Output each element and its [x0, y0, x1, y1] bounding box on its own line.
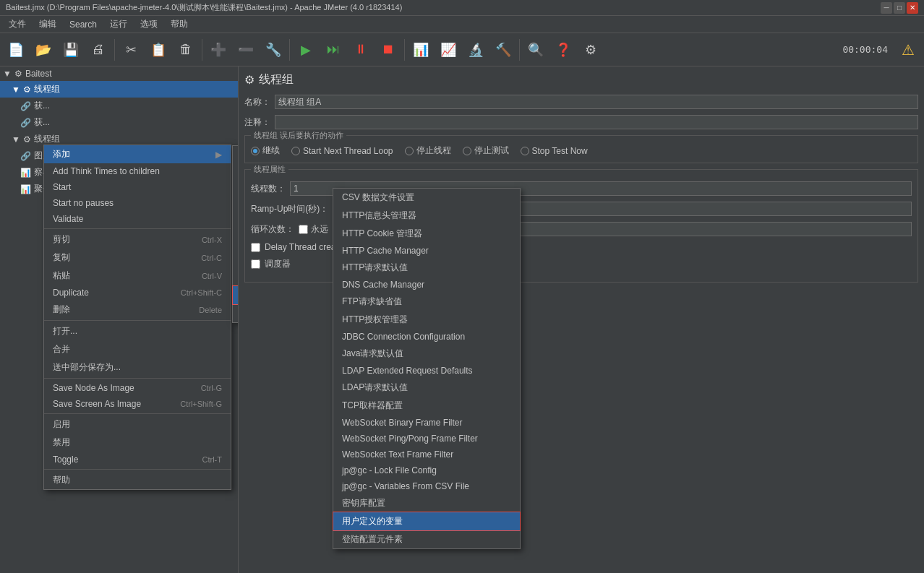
ctx-toggle[interactable]: Toggle Ctrl-T [44, 452, 231, 468]
delay-checkbox[interactable] [251, 243, 260, 252]
sub-java-default[interactable]: Java请求默认值 [333, 345, 520, 363]
toolbar-stop[interactable]: ⏸ [348, 37, 374, 63]
toolbar-cut[interactable]: ✂ [118, 37, 144, 63]
sub-http-cache-label: HTTP Cache Manager [342, 246, 429, 256]
toolbar-saveas[interactable]: 🖨 [85, 37, 111, 63]
toolbar-save[interactable]: 💾 [58, 37, 84, 63]
tree-node-threadgroup[interactable]: ▼ ⚙ 线程组 [0, 81, 238, 98]
sub-login-config[interactable]: 登陆配置元件素 [333, 530, 520, 548]
sub-dns-cache[interactable]: DNS Cache Manager [333, 277, 520, 293]
sub-http-cache[interactable]: HTTP Cache Manager [333, 243, 520, 259]
sub-http-default[interactable]: HTTP请求默认值 [333, 259, 520, 277]
sub-jdbc-config[interactable]: JDBC Connection Configuration [333, 329, 520, 345]
scheduler-label: 调度器 [265, 258, 291, 270]
sub-jpgc-lock[interactable]: jp@gc - Lock File Config [333, 462, 520, 478]
ctx-validate[interactable]: Validate [44, 211, 231, 227]
sub-sampler[interactable]: Sampler ▶ [233, 164, 239, 180]
ctx-cut[interactable]: 剪切 Ctrl-X [44, 231, 231, 249]
ctx-duplicate[interactable]: Duplicate Ctrl+Shift-C [44, 285, 231, 301]
sub-ws-binary[interactable]: WebSocket Binary Frame Filter [333, 415, 520, 431]
ctx-paste[interactable]: 粘贴 Ctrl-V [44, 267, 231, 285]
radio-stop-thread[interactable]: 停止线程 [405, 145, 451, 157]
maximize-button[interactable]: □ [894, 2, 905, 14]
ctx-disable[interactable]: 禁用 [44, 434, 231, 452]
sub-ftp-default[interactable]: FTP请求缺省值 [333, 293, 520, 311]
sub-keystore[interactable]: 密钥库配置 [333, 494, 520, 512]
ctx-add[interactable]: 添加 ▶ [44, 145, 231, 163]
radio-next-loop[interactable]: Start Next Thread Loop [291, 146, 393, 156]
toolbar-build[interactable]: 🔨 [490, 37, 516, 63]
sub-config-element[interactable]: 配置元件 ▶ [233, 286, 239, 304]
toolbar-config[interactable]: ⚙ [578, 37, 604, 63]
sub-threadgroup[interactable]: 线程组 [233, 146, 239, 164]
menu-edit[interactable]: 编辑 [33, 17, 62, 32]
sub-http-auth[interactable]: HTTP授权管理器 [333, 311, 520, 329]
toolbar-aggregate[interactable]: 📈 [435, 37, 461, 63]
ctx-help[interactable]: 帮助 [44, 471, 231, 489]
tree-node-get1[interactable]: 🔗 获... [0, 98, 238, 114]
sub-listener[interactable]: 监听器 ▶ [233, 304, 239, 322]
sub-user-vars[interactable]: 用户定义的变量 [333, 512, 520, 530]
ctx-toggle-label: Toggle [53, 454, 78, 465]
ctx-copy[interactable]: 复制 Ctrl-C [44, 249, 231, 267]
toolbar-expand[interactable]: ➕ [205, 37, 231, 63]
minimize-button[interactable]: ─ [881, 2, 892, 14]
toolbar-stop-test[interactable]: ⏹ [375, 37, 401, 63]
ctx-enable[interactable]: 启用 [44, 415, 231, 434]
toolbar-new[interactable]: 📄 [3, 37, 29, 63]
sub-ldap-ext[interactable]: LDAP Extended Request Defaults [333, 363, 520, 379]
ctx-start-no-pauses[interactable]: Start no pauses [44, 195, 231, 211]
ctx-start[interactable]: Start [44, 179, 231, 195]
sub-tcp-config[interactable]: TCP取样器配置 [333, 397, 520, 415]
loop-forever-check[interactable] [299, 225, 308, 234]
ctx-merge[interactable]: 合并 [44, 340, 231, 358]
sub-ldap-default[interactable]: LDAP请求默认值 [333, 379, 520, 397]
menu-search[interactable]: Search [64, 18, 103, 31]
close-button[interactable]: ✕ [907, 2, 918, 14]
tree-node-get2[interactable]: 🔗 获... [0, 114, 238, 131]
sub-post-proc[interactable]: 后置处理器 ▶ [233, 216, 239, 234]
menu-run[interactable]: 运行 [104, 17, 133, 32]
tree-node-baitest[interactable]: ▼ ⚙ Baitest [0, 66, 238, 81]
ctx-delete[interactable]: 删除 Delete [44, 301, 231, 319]
toolbar-open[interactable]: 📂 [30, 37, 56, 63]
menu-help[interactable]: 帮助 [165, 17, 194, 32]
sub-test-fragment[interactable]: Test Fragment ▶ [233, 270, 239, 286]
sub-logic-ctrl[interactable]: 逻辑控制器 ▶ [233, 180, 239, 198]
sub-jpgc-csv[interactable]: jp@gc - Variables From CSV File [333, 478, 520, 494]
ctx-toggle-shortcut: Ctrl-T [202, 455, 223, 464]
radio-continue[interactable]: 继续 [251, 145, 280, 157]
comment-input[interactable] [275, 115, 918, 129]
sub-ws-ping[interactable]: WebSocket Ping/Pong Frame Filter [333, 431, 520, 447]
ctx-save-screen-img[interactable]: Save Screen As Image Ctrl+Shift-G [44, 396, 231, 412]
sub-timer[interactable]: 定时器 ▶ [233, 252, 239, 270]
sub-pre-proc[interactable]: 前置处理器 ▶ [233, 198, 239, 216]
sub-assertion[interactable]: 断言 ▶ [233, 234, 239, 252]
scheduler-checkbox[interactable] [251, 259, 260, 269]
toolbar-collapse[interactable]: ➖ [233, 37, 259, 63]
toolbar-warning[interactable]: ⚠ [895, 37, 921, 63]
radio-stop-test[interactable]: 停止测试 [463, 145, 509, 157]
name-input[interactable] [275, 95, 918, 109]
toolbar-settings[interactable]: 🔧 [260, 37, 286, 63]
ctx-open[interactable]: 打开... [44, 322, 231, 340]
sub-http-cookie[interactable]: HTTP Cookie 管理器 [333, 225, 520, 243]
menu-options[interactable]: 选项 [134, 17, 163, 32]
sub-csv-data[interactable]: CSV 数据文件设置 [333, 189, 520, 207]
ctx-save-partial[interactable]: 送中部分保存为... [44, 358, 231, 376]
ctx-add-think-times[interactable]: Add Think Times to children [44, 163, 231, 179]
menu-file[interactable]: 文件 [3, 17, 32, 32]
ctx-save-node-img[interactable]: Save Node As Image Ctrl-G [44, 380, 231, 396]
toolbar-delete[interactable]: 🗑 [173, 37, 199, 63]
toolbar-copy[interactable]: 📋 [145, 37, 171, 63]
sub-http-header[interactable]: HTTP信息头管理器 [333, 207, 520, 225]
toolbar-start[interactable]: ▶ [293, 37, 319, 63]
radio-stop-test-now[interactable]: Stop Test Now [521, 146, 588, 156]
toolbar-search[interactable]: 🔍 [523, 37, 549, 63]
loop-forever[interactable]: 永远 [299, 223, 328, 236]
toolbar-report[interactable]: 📊 [408, 37, 434, 63]
toolbar-start-no-pauses[interactable]: ⏭ [320, 37, 346, 63]
toolbar-help[interactable]: ❓ [550, 37, 576, 63]
sub-ws-text[interactable]: WebSocket Text Frame Filter [333, 447, 520, 462]
toolbar-inspect[interactable]: 🔬 [463, 37, 489, 63]
